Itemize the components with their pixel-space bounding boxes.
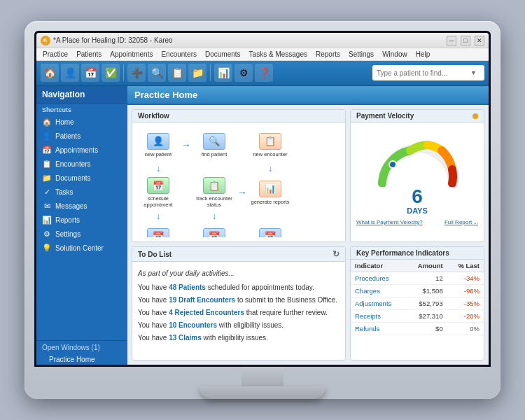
close-button[interactable]: ✕ bbox=[475, 36, 484, 46]
sidebar-item-messages[interactable]: ✉ Messages bbox=[36, 199, 127, 213]
content-header: Practice Home bbox=[127, 86, 489, 105]
top-row: Workflow 👤 new patient → bbox=[132, 109, 484, 242]
sidebar-item-reports-label: Reports bbox=[55, 216, 80, 224]
wf-find-patient-icon: 🔍 bbox=[203, 133, 225, 150]
sidebar-item-settings-label: Settings bbox=[55, 230, 80, 238]
wf-new-encounter-icon: 📋 bbox=[259, 133, 281, 150]
sidebar-header: Navigation bbox=[36, 86, 127, 104]
title-bar: K *A Place for Healing ID: 32058 - Kareo… bbox=[36, 33, 489, 48]
sidebar-item-encounters-label: Encounters bbox=[55, 160, 91, 168]
workflow-body: 👤 new patient → 🔍 find patient bbox=[132, 122, 345, 237]
sidebar-item-tasks[interactable]: ✓ Tasks bbox=[36, 185, 127, 199]
menu-help[interactable]: Help bbox=[412, 50, 434, 59]
kpi-charges-label[interactable]: Charges bbox=[351, 285, 406, 298]
menu-window[interactable]: Window bbox=[379, 50, 411, 59]
wf-weekly-cal-icon: 📆 bbox=[203, 228, 225, 238]
kpi-col-indicator: Indicator bbox=[351, 260, 406, 272]
wf-schedule-label: schedule appointment bbox=[136, 195, 180, 208]
toolbar-reports-icon[interactable]: 📊 bbox=[214, 64, 232, 82]
menu-settings[interactable]: Settings bbox=[345, 50, 377, 59]
kpi-adjustments-label[interactable]: Adjustments bbox=[351, 298, 406, 310]
menu-encounters[interactable]: Encounters bbox=[158, 50, 200, 59]
kpi-table: Indicator Amount % Last Procedures bbox=[351, 260, 484, 335]
toolbar-task-icon[interactable]: ✅ bbox=[102, 64, 120, 82]
kpi-adjustments-amount: $52,793 bbox=[406, 298, 447, 310]
menu-documents[interactable]: Documents bbox=[202, 50, 244, 59]
kpi-row-refunds: Refunds $0 0% bbox=[351, 323, 484, 335]
todo-body: As part of your daily activities... You … bbox=[132, 262, 345, 350]
kpi-receipts-label[interactable]: Receipts bbox=[351, 310, 406, 323]
sidebar-item-patients[interactable]: 👤 Patients bbox=[36, 129, 127, 143]
sidebar-item-appointments[interactable]: 📅 Appointments bbox=[36, 143, 127, 157]
monitor-stand bbox=[34, 367, 491, 399]
maximize-button[interactable]: □ bbox=[461, 36, 470, 46]
wf-weekly-calendar[interactable]: 📆 weekly calendar bbox=[195, 228, 233, 238]
payment-velocity-link[interactable]: What is Payment Velocity? bbox=[356, 219, 423, 225]
menu-patients[interactable]: Patients bbox=[73, 50, 105, 59]
kpi-refunds-amount: $0 bbox=[406, 323, 447, 335]
kpi-procedures-pct: -34% bbox=[447, 272, 484, 285]
sidebar-item-documents[interactable]: 📁 Documents bbox=[36, 171, 127, 185]
kpi-procedures-label[interactable]: Procedures bbox=[351, 272, 406, 285]
tasks-icon: ✓ bbox=[42, 187, 52, 197]
toolbar-new-patient-icon[interactable]: ➕ bbox=[127, 64, 146, 82]
bottom-row: To Do List ↻ As part of your daily activ… bbox=[132, 246, 484, 360]
content-area: Practice Home Workflow bbox=[127, 86, 489, 365]
sidebar-item-encounters[interactable]: 📋 Encounters bbox=[36, 157, 127, 171]
monitor-shell: K *A Place for Healing ID: 32058 - Kareo… bbox=[24, 21, 500, 399]
wf-generate-reports[interactable]: 📊 generate reports bbox=[251, 181, 289, 205]
wf-new-encounter[interactable]: 📋 new encounter bbox=[253, 133, 287, 158]
gauge-container bbox=[372, 131, 463, 187]
wf-daily-calendar[interactable]: 📆 daily calendar bbox=[142, 228, 174, 238]
wf-down-arrow-2: ↓ bbox=[268, 164, 272, 174]
toolbar-document-icon[interactable]: 📁 bbox=[188, 64, 206, 82]
toolbar-help-icon[interactable]: ❓ bbox=[255, 64, 273, 82]
sidebar-item-solution-center[interactable]: 💡 Solution Center bbox=[36, 241, 127, 255]
toolbar-settings-icon[interactable]: ⚙ bbox=[234, 64, 253, 82]
todo-header: To Do List ↻ bbox=[132, 247, 345, 262]
payment-full-report-link[interactable]: Full Report ... bbox=[444, 219, 478, 225]
todo-item-5: You have 13 Claims with eligibility issu… bbox=[138, 332, 340, 344]
toolbar-home-icon[interactable]: 🏠 bbox=[41, 64, 59, 82]
sidebar-item-appointments-label: Appointments bbox=[55, 146, 98, 154]
payment-velocity-indicator bbox=[472, 113, 478, 119]
documents-icon: 📁 bbox=[42, 173, 52, 183]
wf-monthly-calendar[interactable]: 📆 monthly calendar bbox=[250, 228, 290, 238]
sidebar-practice-home[interactable]: Practice Home bbox=[36, 354, 127, 365]
gauge-svg bbox=[372, 131, 463, 187]
toolbar-calendar-icon[interactable]: 📅 bbox=[81, 64, 99, 82]
todo-item-3: You have 4 Rejected Encounters that requ… bbox=[138, 307, 340, 319]
messages-icon: ✉ bbox=[42, 201, 52, 211]
workflow-grid: 👤 new patient → 🔍 find patient bbox=[136, 127, 341, 233]
solution-center-icon: 💡 bbox=[42, 243, 52, 253]
menu-reports[interactable]: Reports bbox=[312, 50, 344, 59]
wf-new-patient[interactable]: 👤 new patient bbox=[145, 133, 172, 158]
kpi-charges-pct: -96% bbox=[447, 285, 484, 298]
menu-appointments[interactable]: Appointments bbox=[106, 50, 156, 59]
wf-find-patient[interactable]: 🔍 find patient bbox=[202, 133, 227, 158]
kpi-row-charges: Charges $1,508 -96% bbox=[351, 285, 484, 298]
kpi-refunds-pct: 0% bbox=[447, 323, 484, 335]
toolbar-search-box[interactable]: ▼ bbox=[372, 65, 484, 80]
sidebar-item-home[interactable]: 🏠 Home bbox=[36, 115, 127, 129]
search-input[interactable] bbox=[377, 69, 468, 77]
kpi-refunds-label[interactable]: Refunds bbox=[351, 323, 406, 335]
menu-tasks-messages[interactable]: Tasks & Messages bbox=[246, 50, 311, 59]
wf-schedule-appointment[interactable]: 📅 schedule appointment bbox=[136, 177, 180, 208]
toolbar-encounter-icon[interactable]: 📋 bbox=[168, 64, 186, 82]
workflow-panel: Workflow 👤 new patient → bbox=[132, 109, 346, 242]
search-dropdown-arrow-icon[interactable]: ▼ bbox=[470, 69, 477, 76]
sidebar-item-settings[interactable]: ⚙ Settings bbox=[36, 227, 127, 241]
menu-practice[interactable]: Practice bbox=[39, 50, 71, 59]
toolbar-patient-icon[interactable]: 👤 bbox=[61, 64, 79, 82]
title-bar-left: K *A Place for Healing ID: 32058 - Kareo bbox=[41, 36, 173, 46]
sidebar-item-reports[interactable]: 📊 Reports bbox=[36, 213, 127, 227]
wf-track-encounter[interactable]: 📋 track encounter status bbox=[192, 177, 236, 208]
title-bar-controls: ─ □ ✕ bbox=[447, 36, 484, 46]
todo-refresh-icon[interactable]: ↻ bbox=[332, 249, 340, 259]
todo-title: To Do List bbox=[138, 251, 172, 258]
minimize-button[interactable]: ─ bbox=[447, 36, 456, 46]
kpi-row-adjustments: Adjustments $52,793 -35% bbox=[351, 298, 484, 310]
toolbar-search-patient-icon[interactable]: 🔍 bbox=[148, 64, 166, 82]
todo-panel: To Do List ↻ As part of your daily activ… bbox=[132, 246, 346, 360]
